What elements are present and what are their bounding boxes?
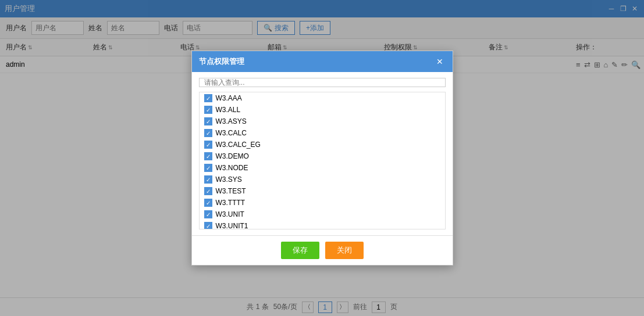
modal-close-button[interactable]: ✕ — [434, 56, 446, 67]
modal-item-label: W3.SYS — [216, 175, 242, 184]
modal-list-item[interactable]: W3.UNIT — [200, 209, 445, 220]
modal-item-checkbox[interactable] — [204, 187, 212, 195]
modal-item-checkbox[interactable] — [204, 129, 212, 137]
save-button[interactable]: 保存 — [281, 242, 319, 259]
modal-list-item[interactable]: W3.ALL — [200, 104, 445, 116]
modal-footer: 保存 关闭 — [192, 235, 453, 265]
modal-item-checkbox[interactable] — [204, 199, 212, 207]
modal-list-item[interactable]: W3.DEMO — [200, 150, 445, 162]
modal-item-label: W3.ASYS — [216, 117, 247, 125]
modal-item-checkbox[interactable] — [204, 164, 212, 172]
modal-item-checkbox[interactable] — [204, 117, 212, 125]
modal-body: W3.AAAW3.ALLW3.ASYSW3.CALCW3.CALC_EGW3.D… — [192, 72, 453, 235]
modal-item-checkbox[interactable] — [204, 152, 212, 160]
modal-list-item[interactable]: W3.ASYS — [200, 116, 445, 127]
modal-list-item[interactable]: W3.UNIT1 — [200, 220, 445, 229]
modal-item-checkbox[interactable] — [204, 94, 212, 102]
modal-list-item[interactable]: W3.AAA — [200, 92, 445, 104]
modal-list-item[interactable]: W3.TTTT — [200, 197, 445, 209]
modal-item-checkbox[interactable] — [204, 106, 212, 114]
modal-item-label: W3.TEST — [216, 187, 246, 195]
modal-list-item[interactable]: W3.TEST — [200, 185, 445, 197]
modal-item-checkbox[interactable] — [204, 175, 212, 184]
modal-item-label: W3.NODE — [216, 164, 248, 172]
modal-search-input[interactable] — [199, 78, 446, 87]
modal-list-item[interactable]: W3.CALC_EG — [200, 139, 445, 150]
cancel-button[interactable]: 关闭 — [325, 242, 364, 259]
modal-item-label: W3.TTTT — [216, 199, 245, 207]
modal-item-label: W3.CALC_EG — [216, 141, 261, 149]
modal-item-label: W3.UNIT — [216, 210, 244, 218]
modal-item-label: W3.UNIT1 — [216, 222, 248, 229]
modal-item-label: W3.DEMO — [216, 152, 249, 160]
modal-header: 节点权限管理 ✕ — [192, 51, 453, 72]
modal-title: 节点权限管理 — [199, 56, 244, 67]
modal-list-item[interactable]: W3.SYS — [200, 174, 445, 185]
node-permission-modal: 节点权限管理 ✕ W3.AAAW3.ALLW3.ASYSW3.CALCW3.CA… — [191, 51, 453, 265]
modal-item-checkbox[interactable] — [204, 141, 212, 149]
modal-list-item[interactable]: W3.CALC — [200, 127, 445, 139]
modal-overlay: 节点权限管理 ✕ W3.AAAW3.ALLW3.ASYSW3.CALCW3.CA… — [0, 0, 644, 316]
modal-list-item[interactable]: W3.NODE — [200, 162, 445, 174]
modal-item-label: W3.ALL — [216, 106, 241, 114]
modal-item-checkbox[interactable] — [204, 210, 212, 218]
modal-item-checkbox[interactable] — [204, 222, 212, 229]
modal-list: W3.AAAW3.ALLW3.ASYSW3.CALCW3.CALC_EGW3.D… — [199, 92, 446, 229]
modal-item-label: W3.AAA — [216, 94, 242, 102]
modal-item-label: W3.CALC — [216, 129, 247, 137]
